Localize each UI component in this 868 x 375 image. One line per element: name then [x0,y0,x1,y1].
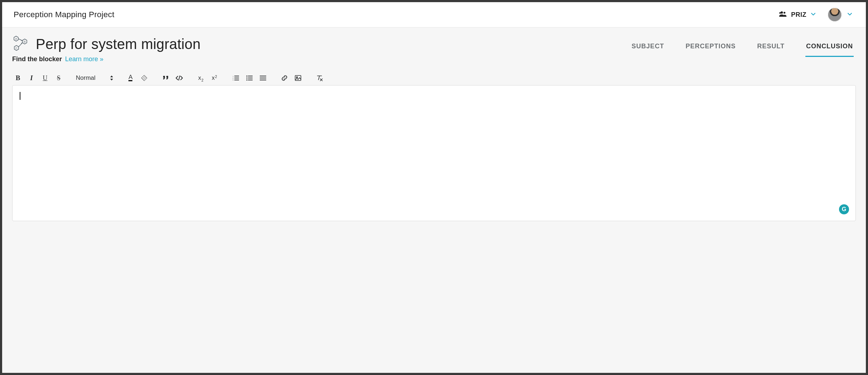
svg-point-34 [296,77,297,78]
svg-rect-29 [248,80,253,81]
page-head-left: A B C Perp for system migration Find the… [12,35,201,63]
user-menu[interactable] [826,7,854,22]
svg-rect-23 [234,80,239,81]
tab-result[interactable]: RESULT [756,40,785,57]
underline-button[interactable]: U [41,74,49,82]
svg-rect-32 [260,80,266,81]
svg-text:C: C [15,47,18,50]
svg-rect-19 [234,76,239,77]
tab-perceptions[interactable]: PERCEPTIONS [685,40,736,57]
grammarly-badge[interactable]: G [839,204,849,214]
svg-point-0 [781,11,783,14]
svg-marker-13 [110,76,113,77]
format-select-label: Normal [76,74,96,82]
project-title: Perception Mapping Project [14,10,114,19]
svg-rect-25 [248,76,253,77]
toolbar-group-clear [315,74,324,82]
perception-mapping-icon: A B C [12,35,29,53]
avatar [828,8,842,21]
svg-text:B: B [24,40,25,43]
link-button[interactable] [280,74,289,82]
users-icon [779,11,787,19]
clear-format-button[interactable] [315,74,324,82]
image-button[interactable] [294,74,302,82]
toolbar-group-insert [161,74,196,82]
svg-marker-16 [141,75,147,81]
code-block-button[interactable] [175,74,184,82]
text-color-button[interactable]: A [126,74,135,82]
ordered-list-button[interactable]: 123 [231,74,240,82]
indent-button[interactable] [259,74,267,82]
page-head: A B C Perp for system migration Find the… [12,35,856,63]
toolbar-group-format: Normal [76,74,126,82]
svg-rect-27 [248,78,253,78]
tabs: SUBJECT PERCEPTIONS RESULT CONCLUSION [631,35,856,57]
svg-point-26 [246,77,247,78]
toolbar-group-lists: 123 [231,74,280,82]
svg-marker-14 [110,79,113,81]
content-area: A B C Perp for system migration Find the… [2,28,866,373]
chevron-down-icon [847,11,853,19]
text-cursor [20,92,20,100]
editor: B I U S Normal A [12,72,856,221]
workspace-label: PRIZ [791,11,806,19]
svg-point-2 [779,12,781,14]
format-select[interactable]: Normal [76,74,113,82]
background-color-button[interactable] [140,74,148,82]
select-caret-icon [110,75,113,81]
svg-rect-30 [260,76,266,77]
editor-box: G [12,85,856,221]
svg-point-1 [784,12,785,14]
svg-rect-31 [260,78,266,78]
svg-rect-21 [234,78,239,78]
svg-line-17 [179,76,180,80]
toolbar-group-basic: B I U S [14,74,76,82]
page-title-row: A B C Perp for system migration [12,35,201,53]
tab-conclusion[interactable]: CONCLUSION [805,40,854,57]
svg-text:3: 3 [233,79,234,81]
page-title: Perp for system migration [36,36,201,52]
grammarly-glyph: G [842,206,846,213]
topbar: Perception Mapping Project PRIZ [2,2,866,28]
superscript-button[interactable]: x2 [210,74,219,82]
subscript-button[interactable]: x2 [196,74,205,82]
topbar-right: PRIZ [777,7,854,22]
toolbar-group-media [280,74,315,82]
app-frame: Perception Mapping Project PRIZ [2,2,866,373]
workspace-switcher[interactable]: PRIZ [777,9,819,20]
strike-button[interactable]: S [54,74,63,82]
bullet-list-button[interactable] [245,74,254,82]
editor-toolbar: B I U S Normal A [12,72,856,85]
page-subtitle: Find the blocker Learn more » [12,55,201,63]
svg-point-24 [246,76,247,77]
learn-more-link[interactable]: Learn more » [65,55,103,63]
bold-button[interactable]: B [14,74,22,82]
toolbar-group-color: A [126,74,161,82]
editor-textarea[interactable] [20,92,848,214]
svg-text:A: A [15,37,17,40]
tab-subject[interactable]: SUBJECT [631,40,665,57]
toolbar-group-script: x2 x2 [196,74,231,82]
chevron-down-icon [810,11,816,19]
italic-button[interactable]: I [27,74,36,82]
subtitle-strong: Find the blocker [12,55,62,63]
svg-point-28 [246,79,247,81]
blockquote-button[interactable] [161,74,170,82]
